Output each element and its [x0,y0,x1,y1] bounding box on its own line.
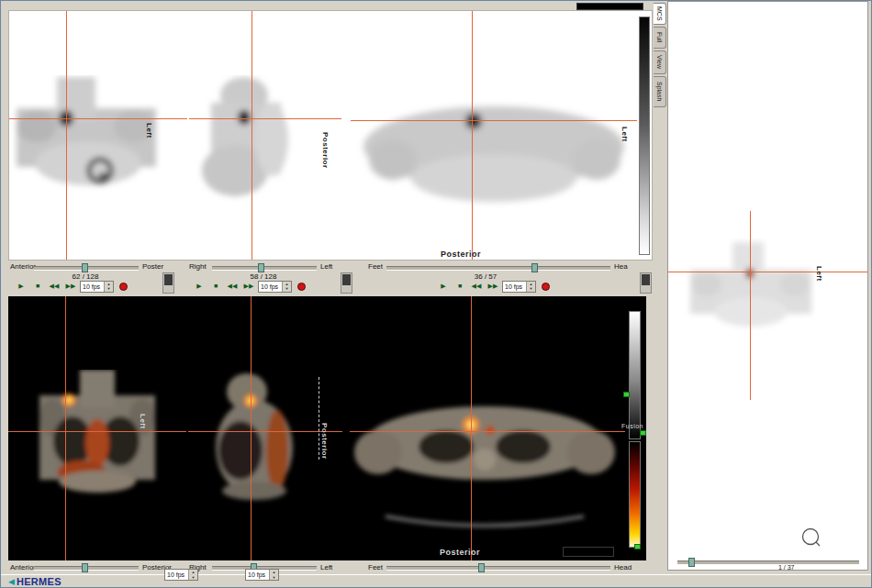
record-button[interactable] [116,280,130,293]
spin-down-icon[interactable]: ▼ [283,286,291,292]
bottom-level-indicator-bar[interactable] [563,547,614,557]
coronal-zoom-mini-slider[interactable] [162,272,174,294]
fast-forward-icon[interactable]: ▶▶ [486,280,500,293]
mini-slider-thumb[interactable] [342,274,351,285]
fps-spinner[interactable]: 10 fps ▲ ▼ [245,569,279,581]
sagittal-zoom-mini-slider[interactable] [341,272,352,294]
slider-left-label-coronal: Anterior [10,563,36,571]
play-icon[interactable]: ▶ [192,280,207,293]
spinner-arrows[interactable]: ▲ ▼ [269,570,278,580]
colorbar-level-handle[interactable] [623,392,630,397]
crosshair-horizontal-coronal[interactable] [9,118,187,119]
crosshair-horizontal-axial[interactable] [351,120,637,121]
axial-slider-handle[interactable] [531,263,538,272]
crosshair-vertical-axial[interactable] [472,11,473,260]
tab-full[interactable]: Full [654,27,666,49]
tab-splash[interactable]: Splash [654,76,666,107]
stop-icon[interactable]: ■ [30,280,45,293]
slider-left-label-axial: Feet [368,262,383,271]
crosshair-horizontal-axial[interactable] [350,431,625,432]
tab-mcs[interactable]: MCS [654,3,666,25]
axial-slice-slider[interactable] [386,566,610,571]
grayscale-colorbar[interactable] [639,17,650,255]
fused-coronal-image [28,370,166,507]
crosshair-vertical-sagittal[interactable] [252,11,252,260]
crosshair-vertical-mip[interactable] [750,211,751,400]
record-icon [297,283,306,291]
spinner-arrows[interactable]: ▲ ▼ [282,282,291,292]
mini-slider-thumb[interactable] [642,274,650,285]
rewind-icon[interactable]: ◀◀ [47,280,61,293]
orientation-label-sagittal-side: Posterior [321,132,330,169]
axial-slice-slider[interactable] [386,266,610,271]
fps-spinner[interactable]: 10 fps ▲ ▼ [502,281,536,293]
crosshair-vertical-axial[interactable] [471,296,472,560]
top-slice-controls: Anterior Poster 62 / 128 ▶ ■ ◀◀ ▶▶ 10 fp… [8,261,653,296]
stop-icon[interactable]: ■ [453,280,467,293]
spinner-arrows[interactable]: ▲ ▼ [104,282,113,292]
bottom-slice-controls: Anterior Posterior Right Left Feet Head [8,561,653,574]
mini-slider-thumb[interactable] [164,274,173,285]
measurement-dashed-line[interactable] [319,377,319,460]
crosshair-vertical-coronal[interactable] [65,296,66,560]
spin-down-icon[interactable]: ▼ [189,575,197,581]
mip-panel[interactable]: Left 1 / 37 [667,1,868,571]
top-level-indicator-bar[interactable] [576,3,643,10]
sagittal-cine-controls: ▶ ■ ◀◀ ▶▶ 10 fps ▲ ▼ [192,280,308,293]
axial-cine-controls: ▶ ■ ◀◀ ▶▶ 10 fps ▲ ▼ [436,280,553,293]
colorbar-level-handle[interactable] [640,430,646,436]
slider-left-label-coronal: Anterior [10,262,36,271]
play-icon[interactable]: ▶ [436,280,451,293]
spect-viewport[interactable]: Left Posterior Left Posterior [8,10,653,261]
spect-coronal-image [11,75,167,199]
fps-spinner[interactable]: 10 fps ▲ ▼ [164,569,198,581]
crosshair-vertical-coronal[interactable] [66,11,67,260]
brand-name: HERMES [17,577,61,587]
status-bar: ◀ HERMES [1,574,871,588]
spinner-arrows[interactable]: ▲ ▼ [526,282,535,292]
rewind-icon[interactable]: ◀◀ [469,280,484,293]
mip-slider-handle[interactable] [688,558,695,567]
rewind-icon[interactable]: ◀◀ [225,280,240,293]
brand-mark-icon: ◀ [8,578,15,586]
spect-axial-image [356,94,633,222]
stop-icon[interactable]: ■ [208,280,223,293]
spinner-arrows[interactable]: ▲ ▼ [188,570,197,580]
spin-down-icon[interactable]: ▼ [105,286,113,292]
fps-spinner[interactable]: 10 fps ▲ ▼ [80,281,114,293]
orientation-label-coronal-side: Left [139,414,147,429]
axial-zoom-mini-slider[interactable] [640,272,652,294]
record-button[interactable] [538,280,553,293]
crosshair-vertical-sagittal[interactable] [251,296,252,560]
coronal-slider-handle[interactable] [82,263,88,272]
fps-value: 10 fps [81,282,104,292]
spin-down-icon[interactable]: ▼ [527,286,535,292]
slider-right-label-axial: Head [614,563,632,571]
play-icon[interactable]: ▶ [14,280,28,293]
crosshair-horizontal-sagittal[interactable] [189,118,341,119]
crosshair-horizontal-mip[interactable] [668,272,867,272]
fast-forward-icon[interactable]: ▶▶ [241,280,256,293]
tab-view[interactable]: View [654,50,666,74]
crosshair-horizontal-coronal[interactable] [8,431,186,432]
record-icon [119,283,128,291]
colorbar-level-handle[interactable] [634,544,641,549]
sagittal-slice-slider[interactable] [212,266,317,271]
coronal-slice-slider[interactable] [34,266,139,271]
orientation-label-coronal-side: Left [145,123,153,139]
fusion-hot-colorbar[interactable] [629,441,641,548]
coronal-slice-slider[interactable] [34,566,139,571]
slider-right-label-axial: Hea [614,262,628,271]
axial-slider-handle[interactable] [478,563,485,572]
fusion-viewport[interactable]: Left Posterior Posterior Fusion [8,296,646,560]
fusion-label: Fusion [621,423,643,429]
fast-forward-icon[interactable]: ▶▶ [63,280,78,293]
fps-value: 10 fps [246,570,269,580]
spin-down-icon[interactable]: ▼ [270,575,278,581]
record-button[interactable] [294,280,308,293]
coronal-slider-handle[interactable] [82,563,88,572]
circle-tool-icon[interactable] [800,527,822,549]
sagittal-slider-handle[interactable] [258,263,264,272]
fps-spinner[interactable]: 10 fps ▲ ▼ [258,281,292,293]
ct-grayscale-colorbar[interactable] [629,311,641,439]
